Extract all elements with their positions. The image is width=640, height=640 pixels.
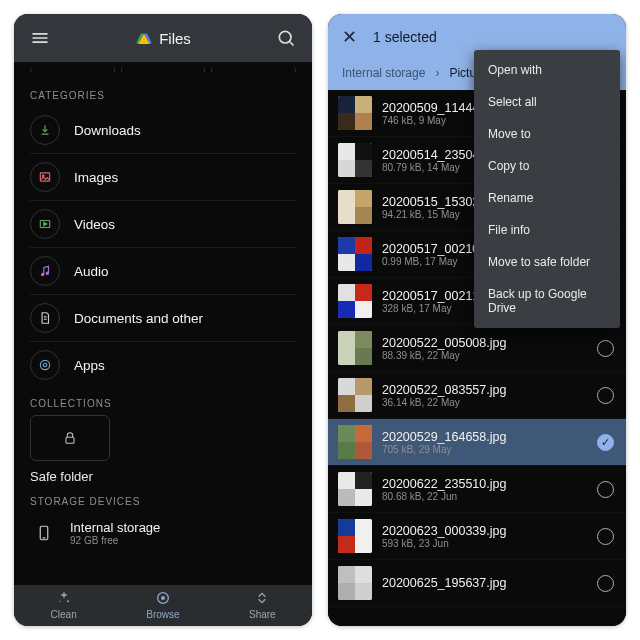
file-row[interactable]: 20200529_164658.jpg705 kB, 29 May✓ — [328, 419, 626, 466]
select-circle[interactable] — [597, 481, 614, 498]
file-meta: 80.68 kB, 22 Jun — [382, 491, 587, 502]
svg-point-17 — [40, 360, 49, 369]
category-label: Downloads — [74, 123, 141, 138]
category-row-download[interactable]: Downloads — [30, 107, 296, 154]
category-label: Videos — [74, 217, 115, 232]
menu-item[interactable]: Copy to — [474, 150, 620, 182]
browse-icon — [154, 589, 172, 607]
thumbnail — [338, 190, 372, 224]
nav-share[interactable]: Share — [213, 589, 312, 620]
storage-sub: 92 GB free — [70, 535, 160, 546]
audio-icon — [30, 256, 60, 286]
chevron-right-icon: › — [435, 66, 439, 80]
svg-marker-12 — [44, 222, 47, 226]
file-meta: 593 kB, 23 Jun — [382, 538, 587, 549]
thumbnail — [338, 237, 372, 271]
check-icon[interactable]: ✓ — [597, 434, 614, 451]
thumbnail — [338, 331, 372, 365]
file-row[interactable]: 20200522_005008.jpg88.39 kB, 22 May — [328, 325, 626, 372]
section-storage: STORAGE DEVICES — [30, 496, 296, 507]
close-icon[interactable]: ✕ — [342, 26, 357, 48]
svg-point-13 — [42, 273, 44, 275]
category-label: Images — [74, 170, 118, 185]
thumbnail — [338, 143, 372, 177]
file-row[interactable]: 20200623_000339.jpg593 kB, 23 Jun — [328, 513, 626, 560]
nav-browse[interactable]: Browse — [113, 589, 212, 620]
section-categories: CATEGORIES — [30, 90, 296, 101]
thumbnail — [338, 378, 372, 412]
select-circle[interactable] — [597, 575, 614, 592]
file-name: 20200623_000339.jpg — [382, 524, 587, 538]
share-icon — [253, 589, 271, 607]
storage-row[interactable]: Internal storage 92 GB free — [30, 513, 296, 547]
file-name: 20200529_164658.jpg — [382, 430, 587, 444]
file-name: 20200522_083557.jpg — [382, 383, 587, 397]
menu-item[interactable]: Move to — [474, 118, 620, 150]
bottom-nav: Clean Browse Share — [14, 585, 312, 626]
thumbnail — [338, 472, 372, 506]
svg-point-18 — [43, 363, 47, 367]
thumbnail — [338, 284, 372, 318]
context-menu: Open withSelect allMove toCopy toRenameF… — [474, 50, 620, 328]
menu-item[interactable]: File info — [474, 214, 620, 246]
menu-icon[interactable] — [28, 26, 52, 50]
select-circle[interactable] — [597, 387, 614, 404]
svg-point-14 — [46, 272, 48, 274]
file-name: 20200622_235510.jpg — [382, 477, 587, 491]
category-row-apps[interactable]: Apps — [30, 342, 296, 388]
category-label: Audio — [74, 264, 109, 279]
phone-icon — [30, 519, 58, 547]
category-row-doc[interactable]: Documents and other — [30, 295, 296, 342]
thumbnail — [338, 566, 372, 600]
svg-line-7 — [290, 42, 294, 46]
category-row-video[interactable]: Videos — [30, 201, 296, 248]
safe-folder-tile[interactable] — [30, 415, 110, 461]
file-meta: 705 kB, 29 May — [382, 444, 587, 455]
file-row[interactable]: 20200625_195637.jpg — [328, 560, 626, 607]
svg-rect-9 — [40, 173, 49, 181]
thumbnail — [338, 519, 372, 553]
file-row[interactable]: 20200622_235510.jpg80.68 kB, 22 Jun — [328, 466, 626, 513]
video-icon — [30, 209, 60, 239]
select-circle[interactable] — [597, 528, 614, 545]
app-bar: Files — [14, 14, 312, 62]
apps-icon — [30, 350, 60, 380]
selection-count: 1 selected — [373, 29, 437, 45]
menu-item[interactable]: Select all — [474, 86, 620, 118]
svg-point-23 — [59, 601, 60, 602]
menu-item[interactable]: Move to safe folder — [474, 246, 620, 278]
app-title-text: Files — [159, 30, 191, 47]
svg-rect-19 — [66, 437, 74, 443]
search-icon[interactable] — [274, 26, 298, 50]
file-meta: 88.39 kB, 22 May — [382, 350, 587, 361]
sparkle-icon — [55, 589, 73, 607]
thumbnail — [338, 425, 372, 459]
category-label: Apps — [74, 358, 105, 373]
category-row-audio[interactable]: Audio — [30, 248, 296, 295]
file-name: 20200625_195637.jpg — [382, 576, 587, 590]
menu-item[interactable]: Open with — [474, 54, 620, 86]
svg-point-22 — [67, 600, 69, 602]
category-row-image[interactable]: Images — [30, 154, 296, 201]
select-circle[interactable] — [597, 340, 614, 357]
files-logo-icon — [135, 29, 153, 47]
section-collections: COLLECTIONS — [30, 398, 296, 409]
nav-clean[interactable]: Clean — [14, 589, 113, 620]
file-name: 20200522_005008.jpg — [382, 336, 587, 350]
storage-title: Internal storage — [70, 520, 160, 535]
browse-content: CATEGORIES DownloadsImagesVideosAudioDoc… — [14, 62, 312, 585]
doc-icon — [30, 303, 60, 333]
download-icon — [30, 115, 60, 145]
category-label: Documents and other — [74, 311, 203, 326]
menu-item[interactable]: Back up to Google Drive — [474, 278, 620, 324]
lock-icon — [62, 430, 78, 446]
safe-folder-label: Safe folder — [30, 469, 296, 484]
screen-browse: Files CATEGORIES DownloadsImagesVideosAu… — [14, 14, 312, 626]
file-row[interactable]: 20200522_083557.jpg36.14 kB, 22 May — [328, 372, 626, 419]
svg-point-6 — [279, 31, 291, 43]
menu-item[interactable]: Rename — [474, 182, 620, 214]
app-title: Files — [62, 29, 264, 47]
screen-selection: ✕ 1 selected Internal storage › Pictures… — [328, 14, 626, 626]
crumb-root[interactable]: Internal storage — [342, 66, 425, 80]
file-meta: 36.14 kB, 22 May — [382, 397, 587, 408]
